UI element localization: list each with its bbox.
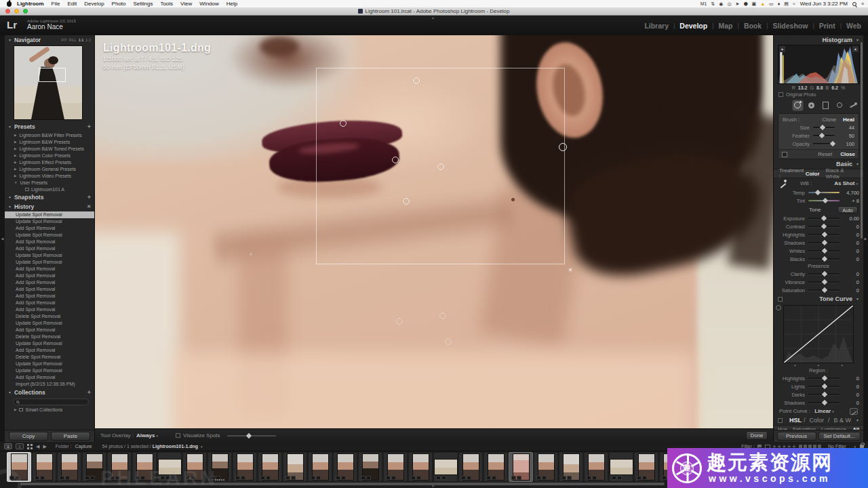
original-photo-checkbox[interactable] [778,92,783,97]
history-step[interactable]: Update Spot Removal [5,218,94,225]
targeted-adjustment-icon[interactable] [776,305,781,310]
menu-lightroom[interactable]: Lightroom [17,1,44,7]
slider-thumb[interactable] [819,132,825,138]
feather-slider[interactable] [813,135,835,136]
visualize-spots-slider[interactable] [227,435,276,436]
right-panel-collapse-strip[interactable]: ▶ [863,35,868,442]
preset-folder[interactable]: ▼User Presets [5,179,94,186]
status-icon[interactable]: ➤ [736,1,740,7]
slider-thumb[interactable] [822,399,827,405]
menu-window[interactable]: Window [199,1,218,7]
spot-removal-marker[interactable] [445,338,452,345]
filmstrip-collapse-arrow[interactable]: ▼ [431,484,435,488]
left-collapse-arrow[interactable]: ◀ [1,237,4,241]
tone-curve-header[interactable]: Tone Curve ▼ [774,294,863,304]
visualize-spots-checkbox[interactable] [176,433,180,438]
history-step[interactable]: Update Spot Removal [5,252,94,259]
filmstrip-thumbnail[interactable] [233,452,257,482]
previous-photo-arrow[interactable]: ◀ [36,444,39,449]
tint-slider[interactable] [808,200,840,201]
slider-thumb[interactable] [822,239,827,245]
history-header[interactable]: ▼ History ✕ [5,202,94,211]
history-step[interactable]: Add Spot Removal [5,293,94,300]
blacks-slider[interactable] [808,258,840,260]
preset-folder[interactable]: ▶Lightroom Video Presets [5,172,94,179]
filmstrip-thumbnail[interactable] [458,452,483,482]
filmstrip-thumbnail[interactable] [634,452,658,482]
filmstrip-status[interactable]: 54 photos / 1 selected / Lightroom101-1.… [102,444,202,449]
zoom-option-fill[interactable]: FILL [69,38,77,42]
filmstrip-thumbnail[interactable] [283,452,307,482]
whites-slider[interactable] [808,250,840,251]
add-snapshot-button[interactable]: + [87,194,91,201]
right-panel-scrollbar[interactable] [861,42,863,239]
filmstrip-thumbnail[interactable] [609,452,633,482]
highlights-slider[interactable] [808,234,840,235]
preset-folder[interactable]: ▶Lightroom B&W Presets [5,138,94,145]
slider-thumb[interactable] [815,189,821,195]
history-step[interactable]: Update Spot Removal [5,367,94,374]
preset-folder[interactable]: ▶Lightroom Color Presets [5,152,94,159]
radial-filter-tool[interactable] [833,100,846,111]
spot-removal-tool[interactable] [792,100,804,111]
close-button[interactable]: Close [840,151,855,157]
history-step[interactable]: Update Spot Removal [5,211,94,218]
module-web[interactable]: Web [846,22,861,30]
history-step[interactable]: Import (6/2/15 12:36:36 PM) [5,381,94,388]
opacity-slider[interactable] [813,143,835,144]
status-icon[interactable]: ♦ [778,1,781,6]
panel-toggle-icon[interactable] [778,297,783,302]
filmstrip-thumbnail[interactable] [32,452,56,482]
filmstrip-thumbnail[interactable] [308,452,332,482]
spot-removal-marker[interactable] [559,143,567,151]
filmstrip-thumbnail[interactable] [333,452,357,482]
status-icon[interactable]: ▣ [752,1,757,7]
treatment-color-button[interactable]: Color [806,171,820,177]
status-icon[interactable]: ◉ [719,1,723,7]
filmstrip-thumbnail[interactable] [258,452,282,482]
histogram-graph[interactable]: ▲ ▲ [778,45,860,84]
color-tab[interactable]: Color [810,417,825,424]
presets-header[interactable]: ▼ Presets + [5,122,94,131]
status-icon[interactable]: ◎ [727,1,731,7]
history-step[interactable]: Add Spot Removal [5,347,94,354]
menu-file[interactable]: File [52,1,60,7]
history-step[interactable]: Add Spot Removal [5,272,94,279]
notification-center-icon[interactable]: ≡ [861,1,864,6]
filmstrip-thumbnail[interactable] [534,452,558,482]
module-develop[interactable]: Develop [679,22,707,30]
slider-thumb[interactable] [246,432,252,438]
history-step[interactable]: Delete Spot Removal [5,333,94,340]
reset-button[interactable]: Reset [818,151,832,157]
history-step[interactable]: Add Spot Removal [5,266,94,272]
history-step[interactable]: Update Spot Removal [5,232,94,239]
point-curve-select[interactable]: Linear [814,408,831,414]
history-step[interactable]: Update Spot Removal [5,320,94,327]
spot-removal-marker[interactable] [403,198,410,205]
adjustment-brush-tool[interactable] [848,100,860,111]
menu-tools[interactable]: Tools [160,1,173,7]
zoom-option-fit[interactable]: FIT [61,38,66,42]
menu-edit[interactable]: Edit [67,1,77,7]
collections-header[interactable]: ▼ Collections + [5,388,94,397]
filmstrip-thumbnail[interactable] [484,452,508,482]
menu-help[interactable]: Help [226,1,237,7]
grid-view-icon[interactable] [27,444,33,449]
zoom-option-1:1[interactable]: 1:1 [79,38,84,42]
history-step[interactable]: Add Spot Removal [5,239,94,245]
edit-point-curve-button[interactable] [850,408,858,415]
preset-folder[interactable]: ▶Lightroom Effect Presets [5,159,94,165]
paste-button[interactable]: Paste [51,432,90,441]
panel-toggle-icon[interactable] [778,418,783,423]
module-print[interactable]: Print [819,22,835,30]
done-button[interactable]: Done [746,431,768,440]
slider-thumb[interactable] [822,256,827,261]
clone-mode-button[interactable]: Clone [822,117,836,123]
right-collapse-arrow[interactable]: ▶ [865,237,867,241]
status-icon[interactable]: ▭ [769,1,774,7]
crop-tool[interactable] [778,100,790,111]
snapshots-header[interactable]: ▼ Snapshots + [5,192,94,202]
history-step[interactable]: Update Spot Removal [5,340,94,347]
status-icon[interactable]: ▤ [784,1,789,7]
tool-switch-icon[interactable] [782,152,787,157]
